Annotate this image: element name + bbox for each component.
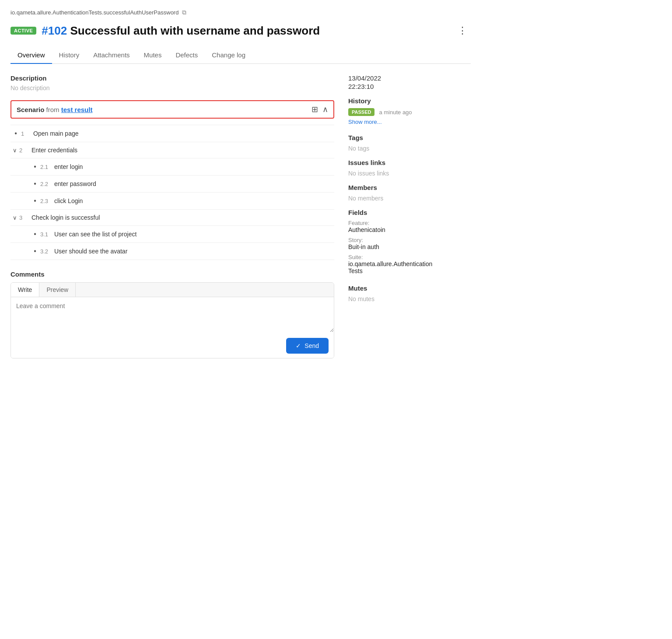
tab-history[interactable]: History	[52, 47, 87, 64]
comment-input[interactable]	[11, 297, 334, 332]
substep-bullet: •	[30, 163, 40, 171]
substep-num: 3.1	[40, 231, 54, 238]
comment-footer: ✓ Send	[11, 334, 334, 358]
page-header: ACTIVE #102 Successful auth with usernam…	[10, 23, 471, 38]
field-row: Suite: io.qameta.allure.AuthenticationTe…	[348, 254, 471, 274]
field-value: io.qameta.allure.AuthenticationTests	[348, 260, 471, 274]
step-list: • 1 Open main page ∨ 2 Enter credentials…	[10, 125, 334, 260]
step-number: 3	[19, 214, 32, 221]
scenario-label: Scenario	[17, 106, 44, 113]
substep-bullet: •	[30, 197, 40, 205]
scenario-from-text: from	[46, 106, 61, 113]
mutes-empty: No mutes	[348, 295, 471, 302]
step-text: Check login is successful	[32, 214, 334, 221]
breadcrumb-text: io.qameta.allure.AuthenticationTests.suc…	[10, 9, 178, 16]
substep-num: 2.2	[40, 181, 54, 187]
substep-text: User can see the list of project	[54, 231, 334, 238]
substep-bullet: •	[30, 180, 40, 188]
step-toggle[interactable]: ∨	[10, 147, 19, 154]
send-button-label: Send	[304, 342, 319, 349]
substep-text: enter login	[54, 163, 334, 170]
tags-empty: No tags	[348, 145, 471, 152]
step-number: 1	[21, 130, 33, 137]
divider	[348, 278, 471, 278]
history-row: PASSED a minute ago	[348, 108, 471, 116]
history-status-badge: PASSED	[348, 108, 374, 116]
step-item: ∨ 3 Check login is successful	[10, 210, 334, 226]
step-text: Enter credentials	[32, 147, 334, 154]
scenario-diff-icon[interactable]: ⊞	[312, 105, 318, 114]
comment-preview-tab[interactable]: Preview	[39, 283, 76, 297]
field-value: Authenicatoin	[348, 226, 471, 233]
substep-text: click Login	[54, 197, 334, 204]
description-empty: No description	[10, 84, 334, 91]
comments-section: Comments Write Preview ✓ Send	[10, 270, 334, 358]
tab-nav: Overview History Attachments Mutes Defec…	[10, 47, 471, 64]
tab-mutes[interactable]: Mutes	[137, 47, 169, 64]
right-column: 13/04/2022 22:23:10 History PASSED a min…	[348, 74, 471, 358]
scenario-section-header: Scenario from test result ⊞ ∧	[10, 100, 334, 119]
tab-attachments[interactable]: Attachments	[86, 47, 136, 64]
substep-item: • 3.2 User should see the avatar	[10, 243, 334, 260]
issue-number: #102	[42, 24, 67, 37]
comments-label: Comments	[10, 270, 334, 278]
substep-num: 2.1	[40, 164, 54, 170]
comment-box: Write Preview ✓ Send	[10, 282, 334, 358]
members-section-label: Members	[348, 184, 471, 191]
send-checkmark-icon: ✓	[296, 342, 301, 349]
substep-item: • 2.1 enter login	[10, 158, 334, 176]
field-row: Feature: Authenicatoin	[348, 220, 471, 233]
step-bullet: •	[10, 130, 21, 137]
breadcrumb: io.qameta.allure.AuthenticationTests.suc…	[10, 9, 471, 16]
more-menu-button[interactable]: ⋮	[454, 23, 471, 38]
step-text: Open main page	[33, 130, 334, 137]
history-time: a minute ago	[379, 109, 412, 116]
comment-tabs: Write Preview	[11, 283, 334, 297]
field-label: Feature:	[348, 220, 471, 226]
scenario-test-result-link[interactable]: test result	[61, 106, 93, 113]
page-title: #102 Successful auth with username and p…	[42, 24, 320, 38]
mutes-section-label: Mutes	[348, 284, 471, 292]
send-button[interactable]: ✓ Send	[286, 338, 329, 354]
substep-num: 3.2	[40, 248, 54, 255]
issues-section-label: Issues links	[348, 159, 471, 166]
substep-item: • 3.1 User can see the list of project	[10, 226, 334, 243]
tags-section-label: Tags	[348, 134, 471, 141]
status-badge: ACTIVE	[10, 27, 36, 35]
scenario-actions: ⊞ ∧	[312, 105, 328, 114]
field-row: Story: Buit-in auth	[348, 237, 471, 250]
substep-item: • 2.2 enter password	[10, 176, 334, 193]
step-item: • 1 Open main page	[10, 125, 334, 142]
history-section-label: History	[348, 97, 471, 105]
header-left: ACTIVE #102 Successful auth with usernam…	[10, 24, 320, 38]
copy-icon[interactable]: ⧉	[182, 9, 186, 16]
step-item: ∨ 2 Enter credentials	[10, 142, 334, 158]
substep-text: enter password	[54, 180, 334, 187]
scenario-title: Scenario from test result	[17, 106, 92, 113]
substep-bullet: •	[30, 247, 40, 255]
issue-title: Successful auth with username and passwo…	[70, 24, 320, 37]
substep-bullet: •	[30, 230, 40, 238]
substep-text: User should see the avatar	[54, 248, 334, 255]
tab-defects[interactable]: Defects	[168, 47, 205, 64]
main-layout: Description No description Scenario from…	[10, 74, 471, 358]
step-number: 2	[19, 147, 32, 154]
field-value: Buit-in auth	[348, 243, 471, 250]
description-label: Description	[10, 74, 334, 82]
tab-changelog[interactable]: Change log	[205, 47, 252, 64]
tab-overview[interactable]: Overview	[10, 47, 52, 64]
test-time: 22:23:10	[348, 83, 471, 90]
left-column: Description No description Scenario from…	[10, 74, 334, 358]
comment-write-tab[interactable]: Write	[11, 283, 39, 297]
scenario-collapse-icon[interactable]: ∧	[322, 105, 328, 114]
issues-empty: No issues links	[348, 170, 471, 177]
field-label: Story:	[348, 237, 471, 243]
field-label: Suite:	[348, 254, 471, 260]
substep-item: • 2.3 click Login	[10, 193, 334, 210]
test-date: 13/04/2022	[348, 74, 471, 82]
step-toggle[interactable]: ∨	[10, 214, 19, 221]
fields-section-label: Fields	[348, 209, 471, 216]
members-empty: No members	[348, 195, 471, 202]
substep-num: 2.3	[40, 198, 54, 204]
show-more-link[interactable]: Show more...	[348, 119, 471, 125]
